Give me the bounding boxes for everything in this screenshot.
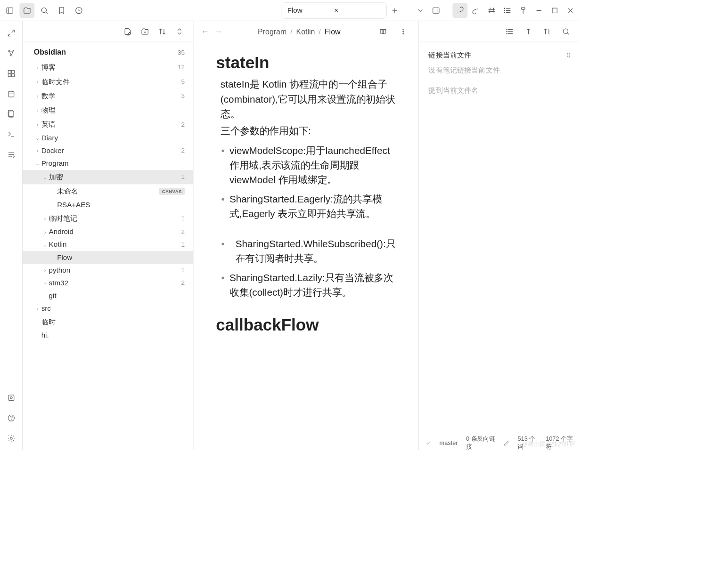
chevron-icon[interactable]: › bbox=[41, 215, 49, 221]
backlinks-header[interactable]: 链接当前文件 0 bbox=[428, 50, 570, 60]
tree-item[interactable]: Flow bbox=[23, 251, 193, 264]
tree-item[interactable]: 未命名CANVAS bbox=[23, 184, 193, 198]
list-item: SharingStarted.Lazily:只有当流被多次收集(collect)… bbox=[216, 268, 396, 302]
window-minimize-icon[interactable] bbox=[532, 3, 547, 18]
tree-item[interactable]: ⌄Kotlin1 bbox=[23, 238, 193, 251]
chevron-icon[interactable]: › bbox=[34, 148, 41, 154]
new-note-icon[interactable] bbox=[121, 24, 135, 38]
daily-note-icon[interactable] bbox=[4, 86, 19, 101]
chevron-icon[interactable]: › bbox=[41, 280, 49, 286]
tree-item[interactable]: ›博客12 bbox=[23, 60, 193, 74]
settings-icon[interactable] bbox=[4, 431, 19, 446]
tree-item-label: hi. bbox=[41, 331, 185, 340]
tree-item-label: Kotlin bbox=[49, 241, 181, 249]
chevron-icon[interactable]: › bbox=[34, 93, 41, 99]
tree-item[interactable]: ›python1 bbox=[23, 264, 193, 276]
graph-view-icon[interactable] bbox=[4, 46, 19, 61]
tree-item[interactable]: ›Android2 bbox=[23, 226, 193, 238]
tree-item[interactable]: ›临时笔记1 bbox=[23, 211, 193, 226]
chevron-icon[interactable]: › bbox=[34, 121, 41, 128]
unlinked-mentions[interactable]: 提到当前文件名 bbox=[428, 86, 570, 96]
list-icon[interactable] bbox=[502, 24, 517, 39]
window-maximize-icon[interactable] bbox=[547, 3, 562, 18]
backlink-in-icon[interactable] bbox=[452, 3, 467, 18]
chevron-icon[interactable]: ⌄ bbox=[34, 161, 41, 167]
templates-icon[interactable] bbox=[4, 106, 19, 121]
new-tab-icon[interactable]: + bbox=[392, 5, 397, 16]
chevron-icon[interactable]: › bbox=[41, 229, 49, 235]
sort-icon[interactable] bbox=[155, 24, 169, 38]
search-panel-icon[interactable] bbox=[558, 24, 573, 39]
chevron-icon[interactable]: › bbox=[34, 306, 41, 312]
status-words[interactable]: 513 个词 bbox=[517, 436, 537, 451]
collapse-icon[interactable] bbox=[173, 24, 187, 38]
breadcrumb-part[interactable]: Program bbox=[258, 27, 286, 36]
recent-icon[interactable] bbox=[71, 3, 86, 18]
tree-item[interactable]: RSA+AES bbox=[23, 199, 193, 211]
tree-item[interactable]: git bbox=[23, 289, 193, 302]
tree-item[interactable]: ›Docker2 bbox=[23, 145, 193, 157]
search-icon[interactable] bbox=[37, 3, 52, 18]
tree-item[interactable]: ›英语2 bbox=[23, 117, 193, 131]
backlink-out-icon[interactable] bbox=[468, 3, 483, 18]
reading-mode-icon[interactable] bbox=[376, 24, 391, 39]
svg-line-8 bbox=[493, 8, 493, 13]
tab-close-icon[interactable]: × bbox=[334, 6, 381, 15]
tree-item[interactable]: ›数学3 bbox=[23, 89, 193, 103]
more-options-icon[interactable] bbox=[396, 24, 411, 39]
nav-back-icon[interactable]: ← bbox=[201, 27, 209, 37]
tags-icon[interactable] bbox=[484, 3, 499, 18]
note-editor[interactable]: stateIn stateIn是 Kotlin 协程流中的一个组合子(combi… bbox=[193, 42, 418, 450]
right-sidebar-toggle-icon[interactable] bbox=[428, 3, 443, 18]
svg-point-16 bbox=[504, 12, 505, 13]
collapse-panel-icon[interactable] bbox=[540, 24, 555, 39]
sort-panel-icon[interactable] bbox=[521, 24, 536, 39]
breadcrumb-part[interactable]: Kotlin bbox=[296, 27, 315, 36]
markdown-export-icon[interactable] bbox=[4, 147, 19, 162]
tree-item-label: stm32 bbox=[49, 279, 181, 287]
chevron-icon[interactable]: › bbox=[41, 267, 49, 273]
tree-item[interactable]: 临时 bbox=[23, 315, 193, 329]
quick-switcher-icon[interactable] bbox=[4, 25, 19, 40]
window-close-icon[interactable] bbox=[563, 3, 578, 18]
tab[interactable]: Flow × bbox=[282, 2, 387, 18]
vault-icon[interactable] bbox=[4, 390, 19, 405]
sidebar-toggle-icon[interactable] bbox=[2, 3, 17, 18]
svg-point-40 bbox=[11, 420, 11, 420]
status-branch[interactable]: master bbox=[440, 440, 458, 446]
tree-item[interactable]: ⌄Program bbox=[23, 157, 193, 170]
edit-icon[interactable] bbox=[504, 440, 509, 446]
command-palette-icon[interactable] bbox=[4, 127, 19, 142]
tree-item[interactable]: ›物理 bbox=[23, 103, 193, 117]
tree-item[interactable]: ›stm322 bbox=[23, 276, 193, 289]
status-backlinks[interactable]: 0 条反向链接 bbox=[466, 436, 495, 451]
tree-item-count: 1 bbox=[181, 215, 185, 222]
tree-item[interactable]: ⌄Diary bbox=[23, 132, 193, 145]
outline-icon[interactable] bbox=[500, 3, 515, 18]
chevron-icon[interactable]: › bbox=[34, 65, 41, 71]
chevron-icon[interactable]: ⌄ bbox=[34, 135, 41, 141]
svg-point-52 bbox=[507, 33, 507, 33]
vault-header[interactable]: Obsidian 35 bbox=[23, 44, 193, 60]
status-chars[interactable]: 1072 个字符 bbox=[546, 436, 573, 451]
chevron-icon[interactable]: ⌄ bbox=[41, 242, 49, 248]
help-icon[interactable] bbox=[4, 411, 19, 426]
tree-item[interactable]: ›临时文件5 bbox=[23, 75, 193, 89]
canvas-icon[interactable] bbox=[4, 66, 19, 81]
tree-item-count: 3 bbox=[181, 92, 185, 100]
chevron-icon[interactable]: ⌄ bbox=[41, 174, 49, 180]
tree-item[interactable]: ›src bbox=[23, 302, 193, 315]
tab-title: Flow bbox=[287, 6, 335, 15]
new-folder-icon[interactable] bbox=[138, 24, 152, 38]
tab-dropdown-icon[interactable] bbox=[413, 3, 428, 18]
bookmark-icon[interactable] bbox=[54, 3, 69, 18]
tree-item[interactable]: hi. bbox=[23, 329, 193, 342]
nav-forward-icon[interactable]: → bbox=[214, 27, 223, 37]
milestone-icon[interactable] bbox=[515, 3, 531, 18]
tree-item[interactable]: ⌄加密1 bbox=[23, 170, 193, 184]
files-icon[interactable] bbox=[19, 3, 34, 18]
chevron-icon[interactable]: › bbox=[34, 107, 41, 113]
sync-check-icon[interactable] bbox=[425, 440, 431, 446]
breadcrumb-current[interactable]: Flow bbox=[325, 27, 341, 36]
chevron-icon[interactable]: › bbox=[34, 79, 41, 85]
